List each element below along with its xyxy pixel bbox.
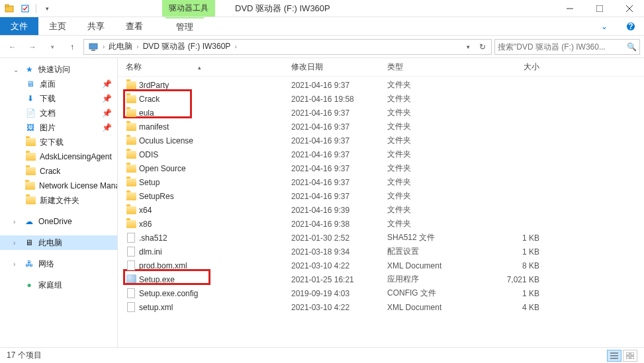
pin-icon: 📌 — [102, 79, 117, 89]
ribbon-tab-manage[interactable]: 管理 — [165, 17, 204, 35]
refresh-icon[interactable]: ↻ — [475, 40, 490, 54]
file-row[interactable]: Open Source2021-04-16 9:37文件夹 — [118, 161, 644, 175]
file-date: 2021-03-18 9:34 — [291, 247, 387, 257]
file-list[interactable]: 3rdParty2021-04-16 9:37文件夹Crack2021-04-1… — [118, 77, 644, 347]
document-icon: 📄 — [25, 108, 36, 118]
star-icon: ★ — [24, 64, 34, 75]
search-icon[interactable]: 🔍 — [627, 42, 637, 52]
sidebar-onedrive[interactable]: ›☁OneDrive — [0, 214, 117, 229]
file-row[interactable]: ODIS2021-04-16 9:37文件夹 — [118, 147, 644, 161]
sidebar-item-folder[interactable]: 新建文件夹 — [0, 193, 117, 208]
quick-access-toolbar: ▾ — [0, 3, 56, 14]
file-type: CONFIG 文件 — [387, 288, 473, 299]
file-icon — [126, 288, 136, 299]
ribbon-help-icon[interactable]: ? — [618, 17, 644, 35]
file-size: 7,021 KB — [473, 275, 553, 284]
properties-icon[interactable] — [20, 3, 30, 14]
file-type: 文件夹 — [387, 107, 473, 118]
nav-forward-button[interactable]: → — [24, 38, 41, 56]
column-header-size[interactable]: 大小 — [473, 61, 553, 73]
file-date: 2021-01-25 16:21 — [291, 275, 387, 284]
file-row[interactable]: Crack2021-04-16 19:58文件夹 — [118, 92, 644, 106]
sidebar-item-folder[interactable]: Crack — [0, 164, 117, 179]
file-row[interactable]: 3rdParty2021-04-16 9:37文件夹 — [118, 78, 644, 92]
picture-icon: 🖼 — [25, 122, 36, 133]
svg-rect-4 — [596, 5, 603, 12]
file-name: prod.bom.xml — [139, 261, 187, 270]
breadcrumb-drive[interactable]: DVD 驱动器 (F:) IW360P — [140, 40, 234, 54]
folder-icon — [126, 191, 136, 202]
sidebar-item-pictures[interactable]: 🖼图片📌 — [0, 120, 117, 135]
file-type: XML Document — [387, 303, 473, 312]
breadcrumb-pc-icon[interactable] — [85, 40, 101, 54]
file-row[interactable]: x862021-04-16 9:38文件夹 — [118, 217, 644, 231]
file-row[interactable]: manifest2021-04-16 9:37文件夹 — [118, 120, 644, 134]
chevron-right-icon[interactable]: › — [233, 43, 238, 50]
file-row[interactable]: prod.bom.xml2021-03-10 4:22XML Document8… — [118, 259, 644, 272]
navigation-pane[interactable]: ⌄★快速访问 🖥桌面📌 ⬇下载📌 📄文档📌 🖼图片📌 安下载 AdskLicen… — [0, 58, 118, 347]
sidebar-item-folder[interactable]: 安下载 — [0, 135, 117, 149]
sidebar-item-desktop[interactable]: 🖥桌面📌 — [0, 77, 117, 91]
column-header-type[interactable]: 类型 — [387, 61, 473, 73]
address-dropdown-icon[interactable]: ▾ — [461, 40, 475, 54]
file-date: 2021-04-16 9:37 — [291, 192, 387, 201]
file-name: SetupRes — [139, 192, 174, 201]
sidebar-item-downloads[interactable]: ⬇下载📌 — [0, 91, 117, 106]
folder-icon — [25, 151, 36, 162]
view-details-button[interactable] — [607, 350, 621, 362]
file-row[interactable]: Setup.exe2021-01-25 16:21应用程序7,021 KB — [118, 272, 644, 286]
file-date: 2021-03-10 4:22 — [291, 303, 387, 312]
file-name: .sha512 — [139, 233, 167, 243]
folder-icon — [126, 94, 136, 104]
minimize-button[interactable] — [555, 0, 584, 17]
search-box[interactable]: 🔍 — [494, 39, 640, 55]
sidebar-homegroup[interactable]: ●家庭组 — [0, 278, 117, 292]
file-row[interactable]: Oculus License2021-04-16 9:37文件夹 — [118, 134, 644, 147]
folder-icon — [25, 137, 36, 147]
ribbon-tab-view[interactable]: 查看 — [115, 17, 154, 35]
sidebar-item-folder[interactable]: Network License Manager — [0, 179, 117, 193]
file-row[interactable]: SetupRes2021-04-16 9:37文件夹 — [118, 189, 644, 203]
pin-icon: 📌 — [102, 108, 117, 118]
file-name: ODIS — [139, 150, 158, 159]
nav-back-button[interactable]: ← — [4, 38, 21, 56]
ribbon: 文件 主页 共享 查看 管理 ⌄ ? — [0, 17, 644, 36]
ribbon-tab-home[interactable]: 主页 — [38, 17, 77, 35]
context-tab-drive-tools[interactable]: 驱动器工具 — [162, 0, 215, 17]
file-row[interactable]: eula2021-04-16 9:37文件夹 — [118, 106, 644, 120]
sidebar-item-documents[interactable]: 📄文档📌 — [0, 106, 117, 120]
column-header-date[interactable]: 修改日期 — [291, 61, 387, 73]
nav-recent-dropdown[interactable]: ▾ — [44, 38, 61, 56]
nav-up-button[interactable]: ↑ — [64, 38, 81, 56]
column-header-name[interactable]: 名称▴ — [123, 61, 291, 73]
sidebar-item-folder[interactable]: AdskLicensingAgent — [0, 149, 117, 164]
file-date: 2021-04-16 9:37 — [291, 108, 387, 118]
address-box[interactable]: › 此电脑 › DVD 驱动器 (F:) IW360P › ▾ ↻ — [83, 39, 492, 55]
folder-icon — [126, 80, 136, 91]
ribbon-file-tab[interactable]: 文件 — [0, 17, 38, 35]
cloud-icon: ☁ — [24, 216, 34, 227]
sidebar-this-pc[interactable]: ›🖥此电脑 — [0, 235, 117, 250]
ribbon-tab-share[interactable]: 共享 — [77, 17, 115, 35]
svg-rect-16 — [626, 356, 629, 359]
file-row[interactable]: x642021-04-16 9:39文件夹 — [118, 203, 644, 217]
ribbon-expand-icon[interactable]: ⌄ — [591, 17, 618, 35]
view-icons-button[interactable] — [623, 350, 637, 362]
qat-dropdown-icon[interactable]: ▾ — [42, 3, 52, 14]
file-row[interactable]: setup.xml2021-03-10 4:22XML Document4 KB — [118, 300, 644, 314]
file-name: Crack — [139, 95, 160, 104]
chevron-right-icon[interactable]: › — [135, 43, 140, 50]
breadcrumb-this-pc[interactable]: 此电脑 — [106, 40, 135, 54]
maximize-button[interactable] — [584, 0, 614, 17]
folder-icon — [25, 166, 36, 177]
close-button[interactable] — [614, 0, 644, 17]
chevron-right-icon[interactable]: › — [101, 43, 106, 50]
status-bar: 17 个项目 — [0, 347, 644, 363]
file-row[interactable]: Setup2021-04-16 9:37文件夹 — [118, 175, 644, 189]
sidebar-quick-access[interactable]: ⌄★快速访问 — [0, 62, 117, 77]
search-input[interactable] — [498, 42, 627, 52]
file-row[interactable]: .sha5122021-01-30 2:52SHA512 文件1 KB — [118, 231, 644, 245]
file-row[interactable]: dlm.ini2021-03-18 9:34配置设置1 KB — [118, 245, 644, 259]
sidebar-network[interactable]: ›🖧网络 — [0, 257, 117, 271]
file-row[interactable]: Setup.exe.config2019-09-19 4:03CONFIG 文件… — [118, 286, 644, 300]
